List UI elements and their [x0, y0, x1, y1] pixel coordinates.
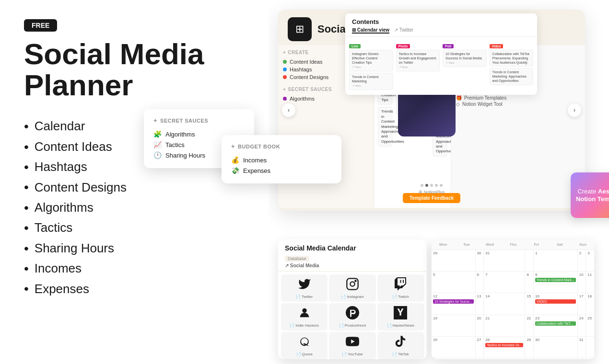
notion-plus-label: ⊞ NotionPlus: [419, 190, 445, 194]
bullet-item: Sharing Hours: [24, 240, 245, 257]
bullet-item: Expenses: [24, 280, 245, 297]
cal-cell: [586, 337, 595, 358]
cal-grid-screenshot: MonTueWedThuFriSatSun 29303112356789Tren…: [432, 239, 595, 359]
platform-cell[interactable]: 📄Indie Hackers: [281, 303, 328, 330]
cal-cell: 26: [432, 337, 476, 358]
incomes-item: 💰 Incomes: [231, 155, 332, 165]
platform-cell[interactable]: 📄HackerNews: [377, 303, 424, 330]
cal-cell: 13: [476, 293, 484, 315]
cal-cell: 16VIDEO: [534, 293, 578, 315]
cal-cell: 2: [578, 250, 586, 272]
day-header: Sun: [571, 241, 595, 248]
expenses-item: 💸 Expenses: [231, 165, 332, 176]
youtube-icon: [346, 335, 359, 351]
next-arrow[interactable]: ›: [568, 103, 581, 117]
cal-cell: 24: [578, 315, 586, 337]
cal-cell: 14: [484, 293, 525, 315]
cal-cell: 25: [586, 315, 595, 337]
cal-cell: 30: [476, 250, 484, 272]
platform-cell[interactable]: 📄Quora: [281, 332, 328, 359]
day-header: Fri: [525, 241, 548, 248]
card-header: + SECRET SAUCES: [153, 117, 245, 124]
cal-cell: 19: [432, 315, 476, 337]
cal-cell: 29: [525, 337, 534, 358]
free-badge: FREE: [24, 19, 57, 32]
cal-cell: 28Tactics to Increase Gr...: [484, 337, 525, 358]
cal-cell: 27: [476, 337, 484, 358]
bullet-item: Content Designs: [24, 179, 245, 196]
cal-cell: 1210 Strategies for Succe...: [432, 293, 476, 315]
cal-cell: 8: [525, 272, 534, 293]
cal-cell: 15: [525, 293, 534, 315]
cal-cell: 20: [476, 315, 484, 337]
platform-cell[interactable]: 📄ProductHunt: [329, 303, 375, 330]
indie-hackers-icon: [298, 306, 311, 322]
main-title: Social Media Planner: [24, 38, 245, 101]
hackernews-icon: [394, 306, 407, 322]
calendar-screenshot: Social Media Calendar Database ↗ Social …: [278, 239, 427, 359]
quora-icon: [298, 335, 311, 351]
budget-book-card: + BUDGET BOOK 💰 Incomes 💸 Expenses: [222, 135, 341, 183]
cal-cell: 21: [484, 315, 525, 337]
svg-rect-0: [347, 278, 358, 289]
feedback-button[interactable]: Template Feedback: [403, 193, 460, 203]
platform-cell[interactable]: 📄Twitch: [377, 274, 424, 302]
cal-cell: 31: [484, 250, 525, 272]
cal-cell: 18: [586, 293, 595, 315]
svg-point-3: [302, 308, 306, 313]
cal-cell: 7: [484, 272, 525, 293]
prev-arrow[interactable]: ‹: [282, 103, 295, 117]
platform-cell[interactable]: 📄Twitter: [281, 274, 328, 302]
cal-cell: 5: [432, 272, 476, 293]
day-header: Sat: [548, 241, 572, 248]
cal-cell: 17: [578, 293, 586, 315]
day-header: Mon: [432, 241, 455, 248]
cal-cell: 29: [432, 250, 476, 272]
cal-grid-body: 29303112356789Trends in Content Mark...1…: [432, 250, 595, 358]
bullet-item: Incomes: [24, 260, 245, 277]
producthunt-icon: [346, 306, 359, 322]
cal-cell: 3: [586, 250, 595, 272]
cal-cell: 31: [578, 337, 586, 358]
svg-point-1: [350, 282, 354, 286]
svg-point-2: [355, 280, 356, 281]
contents-kanban: Live Instagram Stories: Effective Conten…: [345, 37, 537, 94]
bullet-item: Algorithms: [24, 199, 245, 216]
twitch-icon: [394, 277, 407, 293]
budget-card-header: + BUDGET BOOK: [231, 143, 332, 150]
cal-cell: 9Trends in Content Mark...: [534, 272, 578, 293]
cal-cell: 10: [578, 272, 586, 293]
cal-cell: 6: [476, 272, 484, 293]
twitter-icon: [298, 277, 311, 293]
day-header: Thu: [502, 241, 525, 248]
platform-cell[interactable]: 📄YouTube: [329, 332, 375, 359]
aesthetic-card: Create Aesthetic Notion Templates: [571, 172, 609, 218]
instagram-icon: [346, 277, 359, 293]
cal-cell: [525, 250, 534, 272]
day-header: Tue: [455, 241, 479, 248]
cal-cell: 11: [586, 272, 595, 293]
contents-panel: Contents ⊞ Calendar view ↗ Twitter Live …: [345, 13, 537, 95]
cal-cell: 1: [534, 250, 578, 272]
tiktok-icon: [394, 335, 407, 351]
day-header: Wed: [478, 241, 502, 248]
platform-grid: 📄Twitter📄Instagram📄Twitch📄Indie Hackers📄…: [278, 272, 427, 359]
platform-cell[interactable]: 📄Instagram: [329, 274, 375, 302]
platform-cell[interactable]: 📄TikTok: [377, 332, 424, 359]
notion-icon: ⊞: [288, 17, 312, 41]
cal-cell: 23Collaboration with TikT...: [534, 315, 578, 337]
pagination-dots: [421, 184, 443, 187]
cal-cell: 30: [534, 337, 578, 358]
bullet-item: Tactics: [24, 219, 245, 237]
cal-cell: 22: [525, 315, 534, 337]
cal-grid-header: MonTueWedThuFriSatSun: [432, 239, 595, 250]
